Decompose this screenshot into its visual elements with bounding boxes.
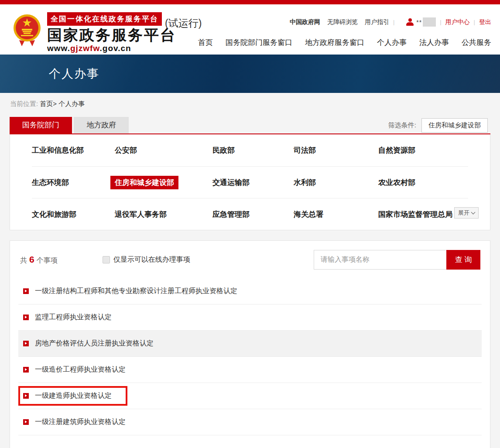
dept-culture-tourism[interactable]: 文化和旅游部 <box>32 209 115 219</box>
user-avatar-icon <box>406 18 414 26</box>
nav-legal-person-services[interactable]: 法人办事 <box>419 38 449 48</box>
list-item-hovered[interactable]: 房地产价格评估人员注册执业资格认定 <box>18 331 482 357</box>
link-user-guide[interactable]: 用户指引 <box>365 18 389 26</box>
item-label: 一级注册结构工程师和其他专业勘察设计注册工程师执业资格认定 <box>35 287 237 296</box>
link-logout[interactable]: 登出 <box>479 18 491 26</box>
dept-water-resources[interactable]: 水利部 <box>294 178 378 188</box>
tab-local-government[interactable]: 地方政府 <box>74 117 129 133</box>
department-row: 文化和旅游部 退役军人事务部 应急管理部 海关总署 国家市场监督管理总局 <box>32 198 468 230</box>
item-label: 一级造价工程师执业资格认定 <box>35 365 126 374</box>
dept-housing-urban-rural-selected[interactable]: 住房和城乡建设部 <box>115 178 212 188</box>
online-only-checkbox-label[interactable]: 仅显示可以在线办理事项 <box>113 255 190 264</box>
site-logo[interactable]: 全国一体化在线政务服务平台 国家政务服务平台 www.gjzwfw.gov.cn <box>13 10 176 53</box>
dept-agriculture-rural[interactable]: 农业农村部 <box>378 178 468 188</box>
search-button[interactable]: 查 询 <box>446 250 480 270</box>
online-only-checkbox[interactable] <box>103 256 110 263</box>
red-arrow-bullet-icon <box>23 341 29 346</box>
item-label: 一级注册建筑师执业资格认定 <box>35 417 126 427</box>
divider: | <box>393 19 394 25</box>
link-gov-site[interactable]: 中国政府网 <box>290 18 320 26</box>
breadcrumb-label: 当前位置: <box>10 100 38 107</box>
breadcrumb: 当前位置: 首页> 个人办事 <box>10 100 500 108</box>
site-header: 全国一体化在线政务服务平台 国家政务服务平台 www.gjzwfw.gov.cn… <box>0 4 500 55</box>
main-nav: 首页 国务院部门服务窗口 地方政府服务窗口 个人办事 法人办事 公共服务 <box>185 38 491 48</box>
dept-public-security[interactable]: 公安部 <box>115 145 212 155</box>
divider: | <box>474 19 475 25</box>
expand-button[interactable]: 展开 <box>454 207 479 219</box>
dept-emergency-management[interactable]: 应急管理部 <box>212 209 294 219</box>
chevron-down-icon <box>471 210 476 215</box>
results-count-number: 6 <box>29 254 34 264</box>
search-area: 查 询 <box>314 250 480 270</box>
red-arrow-bullet-icon <box>23 288 29 294</box>
breadcrumb-home-link[interactable]: 首页 <box>40 100 53 107</box>
dept-justice[interactable]: 司法部 <box>294 145 378 155</box>
item-label: 房地产价格评估人员注册执业资格认定 <box>35 339 154 348</box>
divider: | <box>440 19 441 25</box>
breadcrumb-separator: > <box>53 100 57 107</box>
list-item[interactable]: 一级造价工程师执业资格认定 <box>18 357 482 383</box>
dept-ecology-environment[interactable]: 生态环境部 <box>32 178 115 188</box>
dept-transport[interactable]: 交通运输部 <box>212 178 294 188</box>
nav-personal-services[interactable]: 个人办事 <box>377 38 407 48</box>
trial-run-label: (试运行) <box>165 17 202 30</box>
tabs-row: 国务院部门 地方政府 筛选条件: 住房和城乡建设部 <box>10 117 490 133</box>
dept-miit[interactable]: 工业和信息化部 <box>32 145 115 155</box>
department-row: 生态环境部 住房和城乡建设部 交通运输部 水利部 农业农村部 <box>32 166 468 198</box>
list-item-annotated[interactable]: 一级建造师执业资格认定 <box>18 383 482 409</box>
filter-chip-department[interactable]: 住房和城乡建设部 <box>421 118 488 133</box>
site-url: www.gjzwfw.gov.cn <box>47 44 176 53</box>
link-user-center[interactable]: 用户中心 <box>445 18 470 26</box>
utility-bar: 中国政府网 无障碍浏览 用户指引 | ** | 用户中心 | 登出 <box>290 17 491 27</box>
tab-state-council-departments[interactable]: 国务院部门 <box>10 117 72 133</box>
breadcrumb-current: 个人办事 <box>58 100 85 107</box>
nav-local-government[interactable]: 地方政府服务窗口 <box>305 38 364 48</box>
dept-veterans-affairs[interactable]: 退役军人事务部 <box>115 209 212 219</box>
list-item[interactable]: 一级注册结构工程师和其他专业勘察设计注册工程师执业资格认定 <box>18 278 482 304</box>
list-item[interactable]: 一级注册建筑师执业资格认定 <box>18 409 482 435</box>
username-redaction-box <box>423 17 436 27</box>
nav-state-council-departments[interactable]: 国务院部门服务窗口 <box>226 38 292 48</box>
logo-badge: 全国一体化在线政务服务平台 <box>47 12 162 26</box>
dept-natural-resources[interactable]: 自然资源部 <box>378 145 468 155</box>
link-accessibility[interactable]: 无障碍浏览 <box>327 18 358 26</box>
username-masked: ** <box>416 19 422 26</box>
page-title: 个人办事 <box>49 66 99 82</box>
nav-home[interactable]: 首页 <box>198 38 213 48</box>
national-emblem-icon <box>13 13 41 46</box>
red-arrow-bullet-icon <box>23 393 29 399</box>
service-item-list: 一级注册结构工程师和其他专业勘察设计注册工程师执业资格认定 监理工程师执业资格认… <box>10 278 490 435</box>
department-row: 工业和信息化部 公安部 民政部 司法部 自然资源部 <box>32 134 468 166</box>
departments-panel: 工业和信息化部 公安部 民政部 司法部 自然资源部 生态环境部 住房和城乡建设部… <box>10 134 490 230</box>
filter-label: 筛选条件: <box>388 121 416 130</box>
site-title: 国家政务服务平台 <box>47 27 176 44</box>
search-input[interactable] <box>314 250 446 270</box>
item-label: 监理工程师执业资格认定 <box>35 313 112 322</box>
nav-public-services[interactable]: 公共服务 <box>462 38 491 48</box>
top-red-strip <box>0 0 500 4</box>
red-arrow-bullet-icon <box>23 419 29 425</box>
list-item[interactable]: 监理工程师执业资格认定 <box>18 304 482 331</box>
results-toolbar: 共6个事项 仅显示可以在线办理事项 查 询 <box>10 241 490 270</box>
dept-customs[interactable]: 海关总署 <box>294 209 378 219</box>
page-banner: 个人办事 <box>0 55 500 93</box>
results-panel: 共6个事项 仅显示可以在线办理事项 查 询 一级注册结构工程师和其他专业勘察设计… <box>10 240 490 448</box>
red-arrow-bullet-icon <box>23 367 29 373</box>
red-arrow-bullet-icon <box>23 315 29 320</box>
filter-area: 筛选条件: 住房和城乡建设部 <box>388 118 488 133</box>
dept-civil-affairs[interactable]: 民政部 <box>212 145 294 155</box>
item-label: 一级建造师执业资格认定 <box>35 391 112 400</box>
results-count: 共6个事项 <box>20 254 58 265</box>
